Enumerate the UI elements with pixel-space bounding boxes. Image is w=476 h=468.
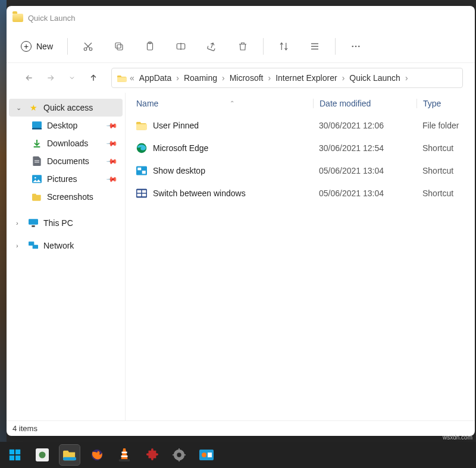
svg-rect-39 xyxy=(119,459,130,461)
sidebar-item-downloads[interactable]: Downloads 📌 xyxy=(9,134,123,152)
sidebar-item-documents[interactable]: Documents 📌 xyxy=(9,152,123,170)
sidebar-item-desktop[interactable]: Desktop 📌 xyxy=(9,117,123,134)
main-row: ⌄ ★ Quick access Desktop 📌 Downloads 📌 D… xyxy=(7,93,475,420)
taskbar-app-1[interactable] xyxy=(32,445,52,465)
breadcrumb-appdata[interactable]: AppData xyxy=(137,71,174,85)
item-count: 4 items xyxy=(12,424,37,433)
view-button[interactable] xyxy=(300,34,329,58)
svg-point-7 xyxy=(352,45,353,47)
column-headers: Name⌃ Date modified Type xyxy=(126,93,475,114)
gear-icon xyxy=(173,448,186,461)
breadcrumb-quicklaunch[interactable]: Quick Launch xyxy=(347,71,403,85)
svg-rect-45 xyxy=(183,454,186,456)
svg-point-9 xyxy=(358,45,360,47)
chevron-right-icon: › xyxy=(16,219,23,227)
file-row-user-pinned[interactable]: User Pinned 30/06/2021 12:06 File folder xyxy=(126,114,475,137)
address-bar[interactable]: « AppData› Roaming› Microsoft› Internet … xyxy=(111,68,463,88)
svg-rect-48 xyxy=(208,453,212,457)
desktop-wallpaper-strip xyxy=(0,0,7,468)
copy-button[interactable] xyxy=(105,34,133,58)
svg-rect-32 xyxy=(15,456,20,460)
file-type: Shortcut xyxy=(416,143,475,153)
vlc-icon xyxy=(118,448,130,461)
breadcrumb-ie[interactable]: Internet Explorer xyxy=(273,71,340,85)
svg-rect-3 xyxy=(115,43,121,48)
pin-icon: 📌 xyxy=(106,137,118,150)
svg-rect-25 xyxy=(137,190,142,193)
taskbar-firefox[interactable] xyxy=(87,445,107,465)
file-name: Switch between windows xyxy=(153,189,246,198)
taskbar-app-2[interactable] xyxy=(142,445,162,465)
file-date: 30/06/2021 12:06 xyxy=(313,121,416,130)
pictures-icon xyxy=(32,174,42,184)
address-row: « AppData› Roaming› Microsoft› Internet … xyxy=(7,63,475,93)
recent-button[interactable] xyxy=(62,68,82,87)
file-name: User Pinned xyxy=(153,121,199,130)
status-bar: 4 items xyxy=(7,420,475,436)
breadcrumb-microsoft[interactable]: Microsoft xyxy=(227,71,266,85)
column-name[interactable]: Name⌃ xyxy=(126,99,313,108)
file-row-edge[interactable]: Microsoft Edge 30/06/2021 12:54 Shortcut xyxy=(126,137,475,159)
file-row-show-desktop[interactable]: Show desktop 05/06/2021 13:04 Shortcut xyxy=(126,159,475,182)
star-icon: ★ xyxy=(28,102,39,113)
copy-icon xyxy=(114,41,124,52)
cut-button[interactable] xyxy=(74,34,102,58)
file-date: 30/06/2021 12:54 xyxy=(313,143,416,153)
separator xyxy=(263,38,264,55)
column-date[interactable]: Date modified xyxy=(313,99,416,108)
sidebar-quick-access[interactable]: ⌄ ★ Quick access xyxy=(9,99,123,117)
rename-button[interactable] xyxy=(167,34,195,58)
network-label: Network xyxy=(43,241,74,250)
sidebar-item-screenshots[interactable]: Screenshots xyxy=(9,188,123,206)
taskbar-explorer[interactable] xyxy=(60,445,80,465)
sidebar-network[interactable]: › Network xyxy=(9,237,123,255)
breadcrumb-roaming[interactable]: Roaming xyxy=(181,71,220,85)
sidebar-item-label: Desktop xyxy=(47,121,77,130)
chevron-down-icon xyxy=(68,74,76,81)
this-pc-label: This PC xyxy=(43,218,73,228)
edge-icon xyxy=(136,143,147,153)
chevron-right-icon: › xyxy=(175,73,180,83)
file-name: Microsoft Edge xyxy=(153,143,208,153)
start-button[interactable] xyxy=(5,445,25,465)
taskbar-app-3[interactable] xyxy=(196,445,217,465)
back-button[interactable] xyxy=(20,68,39,87)
pc-icon xyxy=(28,218,39,228)
more-button[interactable] xyxy=(342,34,370,58)
svg-rect-12 xyxy=(35,161,39,161)
paste-button[interactable] xyxy=(136,34,164,58)
chevron-right-icon: › xyxy=(16,242,23,249)
titlebar[interactable]: Quick Launch xyxy=(7,6,475,30)
forward-icon xyxy=(46,73,55,83)
taskbar-vlc[interactable] xyxy=(114,445,134,465)
app-icon xyxy=(199,450,214,460)
taskbar-settings[interactable] xyxy=(169,445,189,465)
separator xyxy=(67,38,68,55)
puzzle-icon xyxy=(145,448,158,461)
app-icon xyxy=(36,448,49,461)
svg-rect-27 xyxy=(137,194,142,197)
svg-point-41 xyxy=(177,453,181,457)
sidebar-item-label: Downloads xyxy=(47,139,88,148)
chevron-right-icon: › xyxy=(341,73,346,83)
svg-rect-29 xyxy=(10,450,14,454)
share-button[interactable] xyxy=(198,34,226,58)
sidebar-item-label: Screenshots xyxy=(47,192,93,202)
delete-button[interactable] xyxy=(228,34,257,58)
svg-rect-2 xyxy=(117,45,123,50)
file-name: Show desktop xyxy=(153,166,205,175)
new-button[interactable]: + New xyxy=(12,34,61,58)
svg-rect-30 xyxy=(15,450,20,454)
overflow-indicator[interactable]: « xyxy=(129,73,136,83)
svg-rect-19 xyxy=(33,245,38,249)
file-row-switch-windows[interactable]: Switch between windows 05/06/2021 13:04 … xyxy=(126,182,475,205)
sort-button[interactable] xyxy=(270,34,298,58)
more-icon xyxy=(350,41,361,52)
forward-button[interactable] xyxy=(41,68,60,87)
pin-icon: 📌 xyxy=(106,155,118,168)
svg-point-8 xyxy=(355,45,357,47)
sidebar-this-pc[interactable]: › This PC xyxy=(9,214,123,232)
sidebar-item-pictures[interactable]: Pictures 📌 xyxy=(9,170,123,188)
column-type[interactable]: Type xyxy=(416,99,475,108)
up-button[interactable] xyxy=(84,68,103,87)
